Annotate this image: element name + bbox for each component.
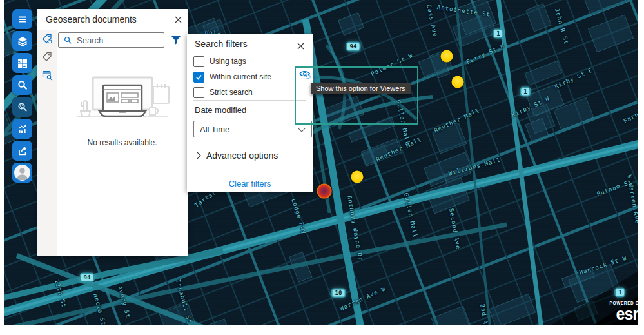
geosearch-panel-header: Geosearch documents bbox=[37, 9, 188, 30]
toolbar-sidebar bbox=[12, 9, 32, 185]
focus-outline bbox=[295, 66, 418, 125]
close-icon bbox=[297, 43, 304, 50]
checkbox-checked[interactable] bbox=[193, 72, 204, 83]
close-button[interactable] bbox=[168, 10, 188, 29]
layers-icon bbox=[17, 36, 28, 46]
geosearch-panel: Geosearch documents bbox=[37, 9, 188, 256]
date-modified-label: Date modified bbox=[195, 105, 246, 115]
checkbox-unchecked[interactable] bbox=[193, 87, 204, 98]
empty-state-illustration bbox=[73, 76, 171, 127]
filter-checkbox-list: Using tagsWithin current siteStrict sear… bbox=[193, 54, 306, 100]
map-attribution: POWERED BY esri bbox=[610, 301, 638, 323]
sidebar-button-menu[interactable] bbox=[12, 9, 32, 29]
sidebar-button-layers[interactable] bbox=[12, 31, 32, 51]
checkbox-label: Strict search bbox=[210, 88, 253, 97]
checkbox-unchecked[interactable] bbox=[193, 56, 204, 67]
document-search-icon[interactable] bbox=[37, 66, 57, 84]
search-filters-panel: Search filters Using tagsWithin current … bbox=[187, 34, 313, 192]
advanced-options-toggle[interactable]: Advanced options bbox=[195, 150, 278, 161]
divider bbox=[193, 100, 306, 101]
empty-state: No results available. bbox=[57, 76, 188, 147]
basemap-grid-icon bbox=[17, 58, 28, 68]
geosearch-mode-rail bbox=[37, 30, 57, 256]
search-icon bbox=[17, 80, 28, 90]
filter-checkbox-row[interactable]: Strict search bbox=[193, 85, 306, 100]
filter-button[interactable] bbox=[168, 33, 184, 47]
share-icon bbox=[17, 146, 28, 156]
sidebar-button-analytics[interactable] bbox=[12, 119, 32, 139]
clear-filters-link[interactable]: Clear filters bbox=[187, 179, 313, 188]
sidebar-button-user[interactable] bbox=[12, 163, 32, 183]
chevron-down-icon bbox=[298, 125, 305, 132]
panel-title: Geosearch documents bbox=[37, 14, 168, 25]
tooltip: Show this option for Viewers bbox=[311, 83, 411, 94]
filter-checkbox-row[interactable]: Within current site bbox=[193, 69, 306, 85]
chevron-right-icon bbox=[193, 152, 200, 159]
menu-icon bbox=[17, 14, 28, 25]
search-input-icon bbox=[64, 36, 72, 44]
app-window: Holden StAntoinette StJohn R StCass AveF… bbox=[0, 0, 644, 335]
tag-icon[interactable] bbox=[37, 48, 57, 66]
sidebar-button-geosearch[interactable] bbox=[12, 97, 32, 117]
geosearch-icon bbox=[17, 102, 28, 112]
checkbox-label: Within current site bbox=[210, 72, 271, 81]
empty-state-message: No results available. bbox=[57, 138, 188, 147]
date-modified-value: All Time bbox=[200, 125, 229, 134]
analytics-icon bbox=[17, 124, 28, 134]
close-button[interactable] bbox=[291, 36, 310, 56]
funnel-icon bbox=[171, 36, 181, 45]
search-box bbox=[58, 32, 164, 48]
close-icon bbox=[175, 16, 182, 23]
advanced-options-label: Advanced options bbox=[206, 150, 278, 161]
sidebar-button-basemap-gallery[interactable] bbox=[12, 53, 32, 73]
tag-settings-icon[interactable] bbox=[37, 30, 57, 48]
divider bbox=[193, 145, 306, 145]
sidebar-button-share[interactable] bbox=[12, 141, 32, 161]
avatar bbox=[14, 165, 30, 181]
avatar-icon bbox=[14, 165, 30, 181]
filter-checkbox-row[interactable]: Using tags bbox=[193, 54, 306, 69]
esri-logo: esri bbox=[616, 305, 638, 323]
checkbox-label: Using tags bbox=[210, 57, 246, 66]
search-input[interactable] bbox=[75, 35, 164, 46]
panel-title: Search filters bbox=[195, 39, 248, 49]
sidebar-button-search[interactable] bbox=[12, 75, 32, 95]
